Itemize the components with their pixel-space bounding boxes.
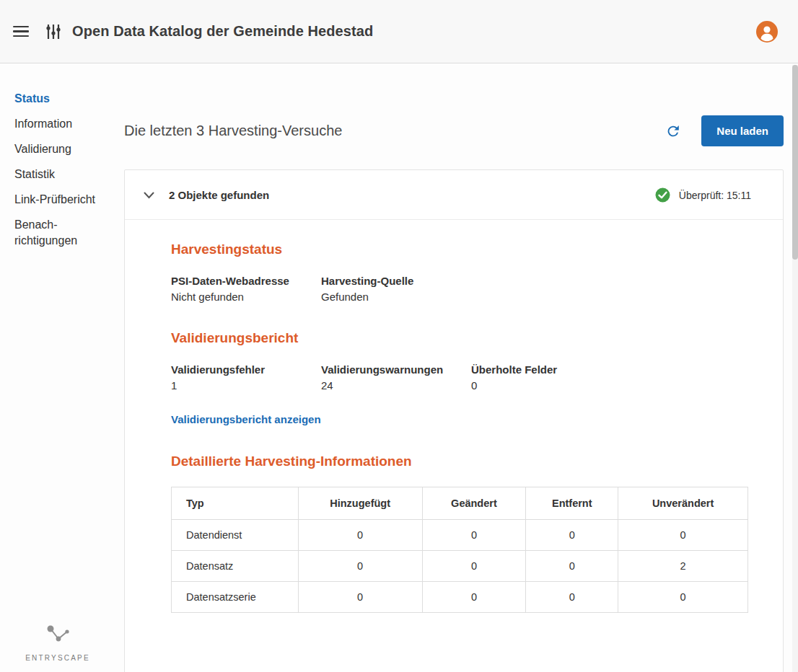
cell: 0 xyxy=(422,551,526,582)
cell: Datendienst xyxy=(172,520,299,551)
field-label: Validierungsfehler xyxy=(171,363,312,376)
cell: 0 xyxy=(422,520,526,551)
harvest-details-section: Detaillierte Harvesting-Informationen Ty… xyxy=(171,454,748,613)
cell: 2 xyxy=(618,551,748,582)
table-row: Datendienst 0 0 0 0 xyxy=(172,520,748,551)
entryscape-logo-icon xyxy=(43,623,72,650)
cell: 0 xyxy=(298,582,422,613)
table-header-row: Typ Hinzugefügt Geändert Entfernt Unverä… xyxy=(172,487,748,520)
page-body: Status Information Validierung Statistik… xyxy=(0,63,798,672)
field-value: Nicht gefunden xyxy=(171,291,312,303)
cell: Datensatz xyxy=(172,551,299,582)
harvest-status-title: Harvestingstatus xyxy=(171,242,748,257)
sidebar-item-information[interactable]: Information xyxy=(14,116,110,132)
sidebar: Status Information Validierung Statistik… xyxy=(0,63,124,672)
harvest-attempt-card: 2 Objekte gefunden Überprüft: 15:11 Harv… xyxy=(124,169,784,672)
cell: 0 xyxy=(618,520,748,551)
hamburger-menu-icon[interactable] xyxy=(13,23,29,40)
cell: Datensatzserie xyxy=(172,582,299,613)
field-harvesting-quelle: Harvesting-Quelle Gefunden xyxy=(321,275,471,303)
field-value: Gefunden xyxy=(321,291,462,303)
refresh-icon[interactable] xyxy=(664,122,683,141)
validation-report-section: Validierungsbericht Validierungsfehler 1… xyxy=(171,330,748,426)
field-value: 24 xyxy=(321,379,462,392)
col-header-unveraendert: Unverändert xyxy=(618,487,748,520)
success-check-icon xyxy=(655,187,670,203)
topbar: Open Data Katalog der Gemeinde Hedestad xyxy=(0,0,798,63)
sidebar-item-validierung[interactable]: Validierung xyxy=(14,141,110,157)
harvest-attempt-header[interactable]: 2 Objekte gefunden Überprüft: 15:11 xyxy=(125,170,783,220)
reload-button[interactable]: Neu laden xyxy=(701,115,784,146)
cell: 0 xyxy=(422,582,526,613)
col-header-hinzugefuegt: Hinzugefügt xyxy=(298,487,422,520)
field-label: Harvesting-Quelle xyxy=(321,275,462,287)
cell: 0 xyxy=(618,582,748,613)
app-logo-icon xyxy=(45,22,62,41)
harvest-details-title: Detaillierte Harvesting-Informationen xyxy=(171,454,748,469)
show-validation-report-link[interactable]: Validierungsbericht anzeigen xyxy=(171,413,321,425)
col-header-entfernt: Entfernt xyxy=(526,487,618,520)
objects-found-label: 2 Objekte gefunden xyxy=(169,189,269,201)
app-title: Open Data Katalog der Gemeinde Hedestad xyxy=(72,23,373,40)
table-row: Datensatzserie 0 0 0 0 xyxy=(172,582,748,613)
sidebar-item-benachrichtigungen[interactable]: Benach-richtigungen xyxy=(14,217,110,249)
validation-report-title: Validierungsbericht xyxy=(171,330,748,346)
field-label: Validierungswarnungen xyxy=(321,363,462,376)
field-psi-webadresse: PSI-Daten-Webadresse Nicht gefunden xyxy=(171,275,321,303)
main-content: Die letzten 3 Harvesting-Versuche Neu la… xyxy=(124,63,798,672)
sidebar-item-statistik[interactable]: Statistik xyxy=(14,167,110,182)
harvest-attempt-body: Harvestingstatus PSI-Daten-Webadresse Ni… xyxy=(125,220,783,672)
field-validierungswarnungen: Validierungswarnungen 24 xyxy=(321,363,471,392)
field-label: Überholte Felder xyxy=(471,363,613,376)
field-value: 1 xyxy=(171,379,312,392)
field-label: PSI-Daten-Webadresse xyxy=(171,275,312,287)
cell: 0 xyxy=(526,520,618,551)
entryscape-brand: ENTRYSCAPE xyxy=(14,623,101,662)
chevron-down-icon[interactable] xyxy=(144,192,154,199)
cell: 0 xyxy=(526,582,618,613)
table-row: Datensatz 0 0 0 2 xyxy=(172,551,748,582)
page-title: Die letzten 3 Harvesting-Versuche xyxy=(124,123,664,139)
cell: 0 xyxy=(298,551,422,582)
user-avatar-icon[interactable] xyxy=(756,21,778,43)
col-header-geaendert: Geändert xyxy=(422,487,526,520)
scrollbar[interactable] xyxy=(792,65,798,672)
field-value: 0 xyxy=(471,379,613,392)
sidebar-item-status[interactable]: Status xyxy=(14,91,110,107)
cell: 0 xyxy=(298,520,422,551)
sidebar-item-link-pruefbericht[interactable]: Link-Prüfbericht xyxy=(14,192,110,208)
field-validierungsfehler: Validierungsfehler 1 xyxy=(171,363,321,392)
cell: 0 xyxy=(526,551,618,582)
field-ueberholte-felder: Überholte Felder 0 xyxy=(471,363,621,392)
col-header-typ: Typ xyxy=(172,487,299,520)
entryscape-brand-label: ENTRYSCAPE xyxy=(25,654,90,662)
harvest-details-table: Typ Hinzugefügt Geändert Entfernt Unverä… xyxy=(171,487,748,613)
harvest-status-section: Harvestingstatus PSI-Daten-Webadresse Ni… xyxy=(171,242,748,303)
scrollbar-thumb[interactable] xyxy=(792,65,798,260)
checked-time-label: Überprüft: 15:11 xyxy=(679,190,751,201)
content-header: Die letzten 3 Harvesting-Versuche Neu la… xyxy=(124,115,784,146)
